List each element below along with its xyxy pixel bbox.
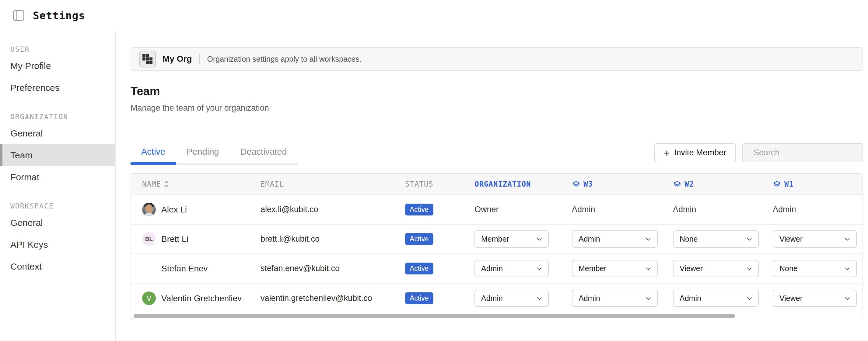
chevron-down-icon: [536, 236, 542, 242]
sidebar-panel-icon: [13, 10, 24, 21]
table-header: NAME EMAIL STATUS ORGANIZATION W3: [131, 174, 863, 195]
role-cell: Viewer: [773, 289, 863, 307]
sidebar-item-context[interactable]: Context: [0, 255, 115, 277]
sidebar-nav: USERMy ProfilePreferencesORGANIZATIONGen…: [0, 31, 116, 341]
role-cell: Admin: [572, 205, 673, 214]
org-description: Organization settings apply to all works…: [207, 55, 361, 64]
main-content: My Org Organization settings apply to al…: [116, 31, 868, 341]
member-name: Alex Li: [161, 205, 187, 214]
role-cell: Owner: [474, 205, 572, 214]
member-name-cell: VValentin Gretchenliev: [131, 292, 260, 305]
chevron-down-icon: [844, 236, 851, 242]
role-select-value: Admin: [680, 294, 701, 303]
layers-icon: [673, 180, 681, 189]
scroll-strip: [131, 313, 863, 320]
role-cell: Admin: [673, 205, 773, 214]
status-cell: Active: [405, 233, 474, 245]
role-text: Admin: [773, 205, 796, 214]
table-row: VValentin Gretchenlievvalentin.gretchenl…: [131, 283, 863, 313]
page-subtitle: Manage the team of your organization: [130, 103, 863, 113]
table-row: Stefan Enevstefan.enev@kubit.coActiveAdm…: [131, 254, 863, 283]
role-cell: Admin: [773, 205, 863, 214]
sidebar-item-format[interactable]: Format: [0, 166, 115, 188]
chevron-down-icon: [844, 265, 851, 272]
sidebar-item-api-keys[interactable]: API Keys: [0, 234, 115, 255]
role-select[interactable]: None: [673, 230, 759, 248]
chevron-down-icon: [536, 295, 542, 302]
chevron-down-icon: [645, 265, 652, 272]
role-select[interactable]: Member: [474, 230, 549, 248]
avatar-photo: [142, 262, 156, 275]
role-select[interactable]: Viewer: [773, 289, 857, 307]
role-select-value: Member: [481, 235, 509, 243]
chevron-down-icon: [746, 265, 753, 272]
column-header-organization[interactable]: ORGANIZATION: [474, 180, 572, 189]
role-cell: Viewer: [773, 230, 863, 248]
sidebar-item-my-profile[interactable]: My Profile: [0, 55, 115, 77]
column-header-w3[interactable]: W3: [572, 180, 673, 189]
sidebar-item-general[interactable]: General: [0, 123, 115, 144]
sidebar-toggle-button[interactable]: [11, 9, 26, 22]
sidebar-item-preferences[interactable]: Preferences: [0, 77, 115, 99]
role-select[interactable]: None: [773, 260, 857, 277]
status-badge: Active: [405, 293, 433, 304]
app-title: Settings: [33, 9, 85, 22]
top-bar: Settings: [0, 0, 868, 31]
role-cell: Admin: [474, 289, 572, 307]
tab-deactivated[interactable]: Deactivated: [229, 147, 297, 164]
role-cell: Admin: [673, 289, 773, 307]
role-select[interactable]: Admin: [572, 230, 658, 248]
role-select[interactable]: Viewer: [773, 230, 857, 248]
role-select-value: Admin: [481, 264, 503, 273]
member-name: Brett Li: [161, 234, 188, 244]
member-email: alex.li@kubit.co: [260, 205, 405, 214]
divider: [199, 54, 200, 64]
status-cell: Active: [405, 293, 474, 304]
tab-active[interactable]: Active: [130, 147, 176, 164]
status-badge: Active: [405, 204, 433, 215]
avatar-text: V: [146, 294, 151, 303]
chevron-down-icon: [645, 236, 652, 242]
member-name-cell: Alex Li: [131, 203, 260, 216]
column-header-w2[interactable]: W2: [673, 180, 773, 189]
role-select-value: Admin: [481, 294, 503, 303]
member-name-cell: Stefan Enev: [131, 262, 260, 275]
sidebar-item-general[interactable]: General: [0, 212, 115, 234]
chevron-down-icon: [536, 265, 542, 272]
role-select[interactable]: Member: [572, 260, 658, 277]
horizontal-scrollbar[interactable]: [134, 314, 735, 318]
role-select[interactable]: Admin: [474, 289, 549, 307]
toolbar: + Invite Member: [654, 143, 863, 165]
chevron-down-icon: [645, 295, 652, 302]
sort-icon[interactable]: [164, 181, 169, 187]
role-select-value: None: [779, 264, 798, 273]
role-cell: Member: [474, 230, 572, 248]
layers-icon: [572, 180, 580, 189]
column-header-w1[interactable]: W1: [773, 180, 863, 189]
member-email: brett.li@kubit.co: [260, 234, 405, 244]
member-name: Stefan Enev: [161, 264, 208, 274]
role-text: Admin: [572, 205, 595, 214]
column-header-email: EMAIL: [260, 180, 405, 189]
role-select-value: Admin: [579, 235, 600, 243]
member-email: valentin.gretchenliev@kubit.co: [260, 294, 405, 303]
role-cell: None: [773, 260, 863, 277]
role-select-value: Viewer: [779, 294, 803, 303]
role-select-value: Admin: [579, 294, 600, 303]
sidebar-item-team[interactable]: Team: [0, 144, 115, 166]
chevron-down-icon: [844, 295, 851, 302]
member-tabs: ActivePendingDeactivated: [130, 147, 298, 165]
search-input[interactable]: [753, 148, 861, 158]
member-name-cell: BLBrett Li: [131, 232, 260, 246]
column-header-status: STATUS: [405, 180, 474, 189]
invite-member-button[interactable]: + Invite Member: [654, 143, 736, 162]
status-cell: Active: [405, 204, 474, 215]
table-body: Alex Lialex.li@kubit.coActiveOwnerAdminA…: [131, 195, 863, 313]
role-select[interactable]: Admin: [474, 260, 549, 277]
member-email: stefan.enev@kubit.co: [260, 264, 405, 273]
avatar-text: BL: [145, 236, 153, 242]
role-select[interactable]: Admin: [572, 289, 658, 307]
role-select[interactable]: Viewer: [673, 260, 759, 277]
role-select[interactable]: Admin: [673, 289, 759, 307]
tab-pending[interactable]: Pending: [176, 147, 229, 164]
